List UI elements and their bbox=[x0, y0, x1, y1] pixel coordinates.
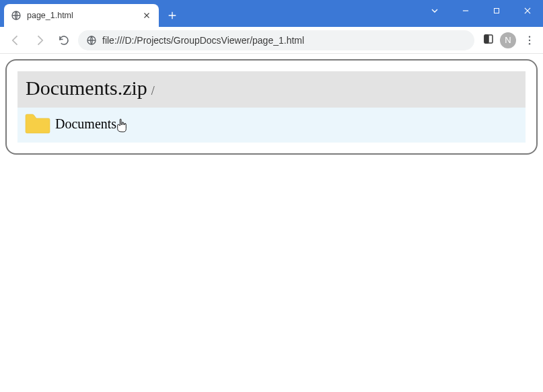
globe-icon bbox=[11, 10, 22, 21]
close-window-button[interactable] bbox=[512, 0, 543, 22]
maximize-button[interactable] bbox=[481, 0, 512, 22]
pointer-cursor-icon bbox=[116, 118, 129, 134]
tab-search-button[interactable] bbox=[419, 0, 450, 22]
browser-toolbar: file:///D:/Projects/GroupDocsViewer/page… bbox=[0, 27, 543, 54]
back-button[interactable] bbox=[5, 30, 26, 50]
minimize-button[interactable] bbox=[450, 0, 481, 22]
folder-item[interactable]: Documents bbox=[17, 108, 526, 143]
breadcrumb-root[interactable]: Documents.zip bbox=[26, 77, 147, 100]
browser-tab[interactable]: page_1.html bbox=[4, 4, 159, 27]
side-panel-icon[interactable] bbox=[482, 33, 495, 48]
archive-viewer-panel: Documents.zip / Documents bbox=[5, 59, 538, 155]
svg-point-7 bbox=[529, 43, 530, 44]
tab-title: page_1.html bbox=[27, 11, 136, 20]
folder-name: Documents bbox=[55, 116, 116, 132]
menu-button[interactable] bbox=[521, 32, 538, 48]
browser-titlebar: page_1.html bbox=[0, 0, 543, 27]
new-tab-button[interactable] bbox=[163, 6, 182, 25]
svg-point-6 bbox=[529, 39, 530, 40]
folder-icon bbox=[24, 113, 51, 134]
address-bar[interactable]: file:///D:/Projects/GroupDocsViewer/page… bbox=[78, 30, 474, 50]
svg-rect-4 bbox=[484, 35, 488, 43]
svg-rect-1 bbox=[495, 9, 499, 13]
toolbar-right: N bbox=[478, 32, 538, 48]
svg-point-5 bbox=[529, 36, 530, 37]
forward-button[interactable] bbox=[30, 30, 50, 50]
window-controls bbox=[419, 0, 543, 22]
close-tab-button[interactable] bbox=[141, 10, 152, 21]
page-content: Documents.zip / Documents bbox=[0, 54, 543, 160]
profile-avatar[interactable]: N bbox=[500, 32, 516, 48]
breadcrumb-separator: / bbox=[151, 84, 155, 98]
breadcrumb: Documents.zip / bbox=[17, 71, 526, 108]
reload-button[interactable] bbox=[54, 30, 74, 50]
globe-icon bbox=[86, 35, 97, 46]
address-text: file:///D:/Projects/GroupDocsViewer/page… bbox=[102, 35, 466, 46]
